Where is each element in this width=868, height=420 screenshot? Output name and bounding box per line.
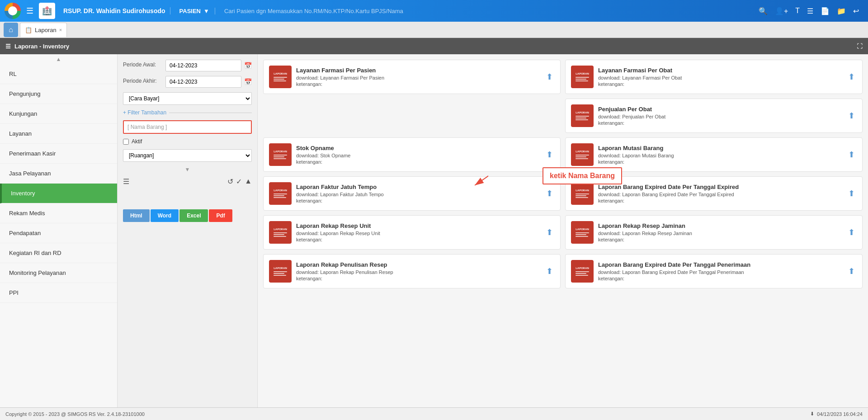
nama-barang-input[interactable]: [ Nama Barang ] [123, 120, 252, 134]
report-upload-icon-6[interactable]: ⬆ [846, 187, 857, 200]
menu-icon[interactable]: ☰ [24, 4, 35, 18]
list-view-icon[interactable]: ☰ [123, 177, 129, 186]
expand-icon[interactable]: ⛶ [857, 43, 863, 50]
report-card-layanan-farmasi-per-obat: LAPORAN Layanan Farmasi Per Obat downloa… [565, 60, 863, 94]
report-keterangan-0: keterangan: [296, 81, 540, 87]
aktif-label: Aktif [132, 138, 142, 145]
report-upload-icon-4[interactable]: ⬆ [846, 148, 857, 161]
report-upload-icon-0[interactable]: ⬆ [544, 70, 555, 84]
report-download-1: download: Layanan Farmasi Per Obat [598, 75, 842, 80]
sidebar-item-jasa-pelayanan[interactable]: Jasa Pelayanan [0, 164, 117, 184]
footer-download-icon: ⬇ [810, 411, 814, 417]
report-title-4: Laporan Mutasi Barang [598, 145, 842, 151]
content-area: ketik Nama Barang LAPORAN [258, 54, 868, 407]
home-button[interactable]: ⌂ [4, 23, 18, 37]
report-download-7: download: Laporan Rekap Resep Unit [296, 231, 540, 236]
report-card-stok-opname: LAPORAN Stok Opname download: Stok Opnam… [263, 137, 561, 172]
search-icon[interactable]: 🔍 [759, 7, 768, 15]
report-upload-icon-3[interactable]: ⬆ [544, 148, 555, 161]
periode-akhir-input[interactable] [165, 76, 241, 88]
report-title-8: Laporan Rekap Resep Jaminan [598, 222, 842, 229]
footer: Copyright © 2015 - 2023 @ SIMGOS RS Ver.… [0, 407, 868, 420]
section-header: ☰ Laporan - Inventory ⛶ [0, 38, 868, 54]
sidebar-item-kegiatan-ri-rd[interactable]: Kegiatan RI dan RD [0, 243, 117, 263]
report-info-3: Stok Opname download: Stok Opname ketera… [296, 145, 540, 165]
report-icon-1: LAPORAN [571, 66, 594, 88]
add-user-icon[interactable]: 👤+ [775, 7, 788, 15]
sidebar-item-penerimaan-kasir[interactable]: Penerimaan Kasir [0, 144, 117, 164]
report-download-6: download: Laporan Barang Expired Date Pe… [598, 192, 842, 197]
html-button[interactable]: Html [123, 209, 150, 222]
search-input[interactable] [224, 8, 745, 14]
report-upload-icon-9[interactable]: ⬆ [544, 264, 555, 278]
periode-awal-input[interactable] [165, 60, 241, 71]
report-title-9: Laporan Rekap Penulisan Resep [296, 261, 540, 268]
report-icon-10: LAPORAN [571, 260, 594, 283]
pasien-section[interactable]: PASIEN ▼ [174, 8, 215, 14]
report-title-2: Penjualan Per Obat [598, 106, 842, 113]
ruangan-select[interactable]: [Ruangan] [123, 149, 252, 162]
sidebar-item-rekam-medis[interactable]: Rekam Medis [0, 203, 117, 223]
list-icon[interactable]: ☰ [807, 7, 813, 15]
periode-awal-calendar-icon[interactable]: 📅 [244, 62, 252, 69]
sidebar-item-rl[interactable]: RL [0, 64, 117, 84]
sidebar-item-layanan[interactable]: Layanan [0, 124, 117, 144]
sidebar-item-inventory[interactable]: Inventory [0, 184, 117, 203]
folder-icon[interactable]: 📁 [837, 7, 846, 15]
dropdown-more-icon[interactable]: ▼ [185, 166, 190, 173]
report-icon-9: LAPORAN [269, 260, 292, 283]
laporan-tab[interactable]: 📋 Laporan × [20, 23, 67, 37]
report-download-2: download: Penjualan Per Obat [598, 114, 842, 119]
report-keterangan-7: keterangan: [296, 237, 540, 242]
report-download-8: download: Laporan Rekap Resep Jaminan [598, 231, 842, 236]
report-icon-2: LAPORAN [571, 104, 594, 127]
sidebar-item-pendapatan[interactable]: Pendapatan [0, 223, 117, 243]
report-upload-icon-7[interactable]: ⬆ [544, 226, 555, 239]
filter-tambahan[interactable]: + Filter Tambahan [123, 109, 252, 116]
report-title-3: Stok Opname [296, 145, 540, 151]
report-card-layanan-farmasi-per-pasien: LAPORAN Layanan Farmasi Per Pasien downl… [263, 60, 561, 94]
filter-panel: Periode Awal: 📅 Periode Akhir: 📅 [Cara B… [118, 54, 258, 407]
report-title-5: Laporan Faktur Jatuh Tempo [296, 184, 540, 190]
report-upload-icon-1[interactable]: ⬆ [846, 70, 857, 84]
report-keterangan-4: keterangan: [598, 159, 842, 165]
report-info-8: Laporan Rekap Resep Jaminan download: La… [598, 222, 842, 242]
signout-icon[interactable]: ↩ [853, 7, 859, 15]
filter-tambahan-label: + Filter Tambahan [123, 109, 166, 116]
report-keterangan-6: keterangan: [598, 198, 842, 203]
check-icon[interactable]: ✓ [236, 177, 242, 186]
report-upload-icon-2[interactable]: ⬆ [846, 109, 857, 123]
report-download-0: download: Layanan Farmasi Per Pasien [296, 75, 540, 80]
report-upload-icon-8[interactable]: ⬆ [846, 226, 857, 239]
excel-button[interactable]: Excel [179, 209, 208, 222]
footer-right: ⬇ 04/12/2023 16:04:24 [810, 411, 863, 417]
pasien-dropdown-icon[interactable]: ▼ [203, 8, 209, 14]
report-icon-6: LAPORAN [571, 182, 594, 205]
report-upload-icon-5[interactable]: ⬆ [544, 187, 555, 200]
report-title-1: Layanan Farmasi Per Obat [598, 67, 842, 74]
report-card-rekap-resep-unit: LAPORAN Laporan Rekap Resep Unit downloa… [263, 215, 561, 250]
reset-icon[interactable]: ↺ [227, 177, 233, 186]
periode-awal-row: Periode Awal: 📅 [123, 60, 252, 71]
sidebar-item-kunjungan[interactable]: Kunjungan [0, 104, 117, 124]
report-title-10: Laporan Barang Expired Date Per Tanggal … [598, 261, 842, 268]
report-icon-5: LAPORAN [269, 182, 292, 205]
tab-close-icon[interactable]: × [59, 27, 62, 33]
pdf-button[interactable]: Pdf [209, 209, 232, 222]
report-info-5: Laporan Faktur Jatuh Tempo download: Lap… [296, 184, 540, 203]
periode-akhir-calendar-icon[interactable]: 📅 [244, 78, 252, 85]
upload-icon[interactable]: ▲ [245, 177, 252, 186]
report-keterangan-1: keterangan: [598, 81, 842, 87]
report-download-5: download: Laporan Faktur Jatuh Tempo [296, 192, 540, 197]
sidebar-item-monitoring-pelayanan[interactable]: Monitoring Pelayanan [0, 263, 117, 283]
sidebar-item-pengunjung[interactable]: Pengunjung [0, 84, 117, 104]
aktif-checkbox[interactable] [123, 139, 129, 145]
word-button[interactable]: Word [151, 209, 179, 222]
report-upload-icon-10[interactable]: ⬆ [846, 264, 857, 278]
cara-bayar-select[interactable]: [Cara Bayar] [123, 92, 252, 105]
report-card-expired-per-penerimaan: LAPORAN Laporan Barang Expired Date Per … [565, 254, 863, 288]
text-icon[interactable]: T [795, 7, 800, 15]
file-icon[interactable]: 📄 [821, 7, 830, 15]
home-icon: ⌂ [9, 26, 13, 34]
sidebar-item-ppi[interactable]: PPI [0, 283, 117, 303]
